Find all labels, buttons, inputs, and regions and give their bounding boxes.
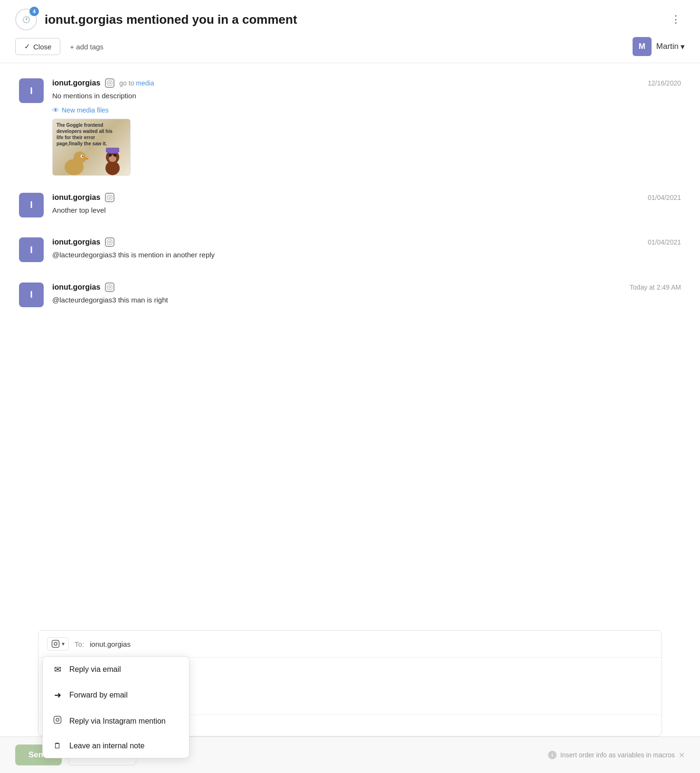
insert-info: i Insert order info as variables in macr…	[548, 751, 685, 760]
instagram-icon-2	[105, 193, 114, 202]
instagram-menu-icon	[52, 716, 63, 726]
svg-point-1	[109, 82, 111, 84]
compose-area: ▾ To: ionut.gorgias or body... ☺ 📎 ✉ Rep…	[38, 630, 662, 736]
header-top: 🕐 4 ionut.gorgias mentioned you in a com…	[15, 9, 685, 30]
header-actions: ✓ Close + add tags M Martin ▾	[15, 37, 685, 63]
sender-row-3: ionut.gorgias	[52, 237, 114, 247]
meme-img-area	[53, 142, 130, 175]
svg-rect-0	[107, 81, 112, 85]
message-body-4: ionut.gorgias Today at 2:49 AM @lacteurd…	[52, 283, 681, 311]
message-1: I ionut.gorgias go to media	[19, 78, 681, 176]
message-3: I ionut.gorgias 01/04/2021 @lacteurdegor…	[19, 237, 681, 265]
more-options-button[interactable]: ⋮	[667, 11, 685, 28]
forward-icon: ➜	[52, 690, 63, 700]
svg-rect-15	[107, 195, 112, 200]
dropdown-label-reply-instagram: Reply via Instagram mention	[69, 717, 166, 726]
message-header-3: ionut.gorgias 01/04/2021	[52, 237, 681, 247]
new-media-link-1[interactable]: 👁 New media files	[52, 106, 681, 114]
message-body-3: ionut.gorgias 01/04/2021 @lacteurdegorgi…	[52, 237, 681, 265]
dropdown-label-internal-note: Leave an internal note	[69, 742, 144, 750]
svg-rect-14	[106, 148, 119, 152]
close-button[interactable]: ✓ Close	[15, 38, 60, 55]
svg-point-29	[59, 717, 60, 718]
history-badge: 4	[29, 7, 39, 16]
message-date-2: 01/04/2021	[648, 194, 681, 201]
sender-name-2: ionut.gorgias	[52, 193, 100, 202]
checkmark-icon: ✓	[24, 42, 30, 51]
message-date-4: Today at 2:49 AM	[630, 283, 681, 291]
sender-row-2: ionut.gorgias	[52, 193, 114, 202]
message-body-2: ionut.gorgias 01/04/2021 Another top lev…	[52, 193, 681, 221]
channel-dropdown-arrow: ▾	[62, 641, 65, 647]
add-tags-button[interactable]: + add tags	[70, 43, 103, 51]
user-menu-button[interactable]: Martin ▾	[656, 42, 685, 52]
channel-ig-icon	[51, 640, 60, 648]
header-right: M Martin ▾	[633, 37, 685, 56]
svg-point-12	[114, 154, 116, 157]
email-icon: ✉	[52, 664, 63, 675]
page-title: ionut.gorgias mentioned you in a comment	[45, 12, 297, 27]
svg-point-16	[109, 197, 111, 198]
svg-point-2	[111, 82, 112, 82]
message-header-4: ionut.gorgias Today at 2:49 AM	[52, 283, 681, 292]
channel-selector[interactable]: ▾	[47, 637, 69, 650]
message-date-3: 01/04/2021	[648, 238, 681, 246]
insert-info-label: Insert order info as variables in macros	[560, 751, 675, 759]
svg-point-23	[111, 285, 112, 286]
dropdown-item-reply-instagram[interactable]: Reply via Instagram mention	[43, 708, 189, 734]
dropdown-item-internal-note[interactable]: 🗒 Leave an internal note	[43, 734, 189, 758]
instagram-icon-1	[105, 78, 114, 88]
svg-point-26	[57, 641, 58, 642]
svg-point-17	[111, 196, 112, 196]
message-text-3: @lacteurdegorgias3 this is mention in an…	[52, 250, 681, 261]
sender-name-3: ionut.gorgias	[52, 238, 100, 246]
to-value: ionut.gorgias	[90, 640, 131, 648]
message-header-2: ionut.gorgias 01/04/2021	[52, 193, 681, 202]
avatar-msg2: I	[19, 193, 44, 217]
dropdown-item-reply-email[interactable]: ✉ Reply via email	[43, 657, 189, 682]
sender-row-4: ionut.gorgias	[52, 283, 114, 292]
sender-row-1: ionut.gorgias go to media	[52, 78, 154, 88]
svg-rect-21	[107, 285, 112, 290]
svg-point-11	[109, 154, 112, 157]
avatar: M	[633, 37, 652, 56]
main-content: I ionut.gorgias go to media	[0, 63, 700, 621]
dropdown-label-reply-email: Reply via email	[69, 665, 121, 674]
svg-point-20	[111, 241, 112, 241]
avatar-msg1: I	[19, 78, 44, 103]
svg-rect-18	[107, 240, 112, 245]
sender-name-1: ionut.gorgias	[52, 79, 100, 87]
eye-icon: 👁	[52, 106, 59, 114]
message-4: I ionut.gorgias Today at 2:49 AM @lacteu…	[19, 283, 681, 311]
message-text-1: No mentions in description	[52, 91, 681, 102]
header: 🕐 4 ionut.gorgias mentioned you in a com…	[0, 0, 700, 63]
compose-wrapper: ▾ To: ionut.gorgias or body... ☺ 📎 ✉ Rep…	[0, 621, 700, 736]
to-label: To:	[75, 640, 84, 648]
message-2: I ionut.gorgias 01/04/2021 Another top l…	[19, 193, 681, 221]
media-link-1[interactable]: media	[136, 79, 154, 87]
sender-name-4: ionut.gorgias	[52, 283, 100, 292]
insert-info-close-button[interactable]: ✕	[679, 751, 685, 760]
message-text-4: @lacteurdegorgias3 this man is right	[52, 295, 681, 306]
svg-rect-27	[54, 716, 61, 724]
avatar-msg4: I	[19, 283, 44, 307]
svg-point-28	[56, 718, 59, 721]
compose-to-row: ▾ To: ionut.gorgias	[38, 631, 662, 658]
svg-point-22	[109, 286, 111, 288]
media-thumbnail-1: The Goggle frontend developers waited al…	[52, 119, 131, 176]
go-to-media-1: go to media	[119, 79, 154, 87]
note-icon: 🗒	[52, 742, 63, 750]
header-left: 🕐 4 ionut.gorgias mentioned you in a com…	[15, 9, 297, 30]
instagram-icon-4	[105, 283, 114, 292]
message-body-1: ionut.gorgias go to media 12/16/2020 No …	[52, 78, 681, 176]
dropdown-item-forward-email[interactable]: ➜ Forward by email	[43, 682, 189, 708]
avatar-msg3: I	[19, 237, 44, 262]
info-icon: i	[548, 751, 557, 759]
message-text-2: Another top level	[52, 205, 681, 216]
history-button[interactable]: 🕐 4	[15, 9, 37, 30]
dropdown-menu: ✉ Reply via email ➜ Forward by email Rep…	[42, 656, 189, 758]
history-icon: 🕐	[22, 16, 30, 23]
svg-point-25	[54, 642, 57, 645]
svg-rect-24	[52, 641, 59, 648]
message-date-1: 12/16/2020	[648, 79, 681, 87]
